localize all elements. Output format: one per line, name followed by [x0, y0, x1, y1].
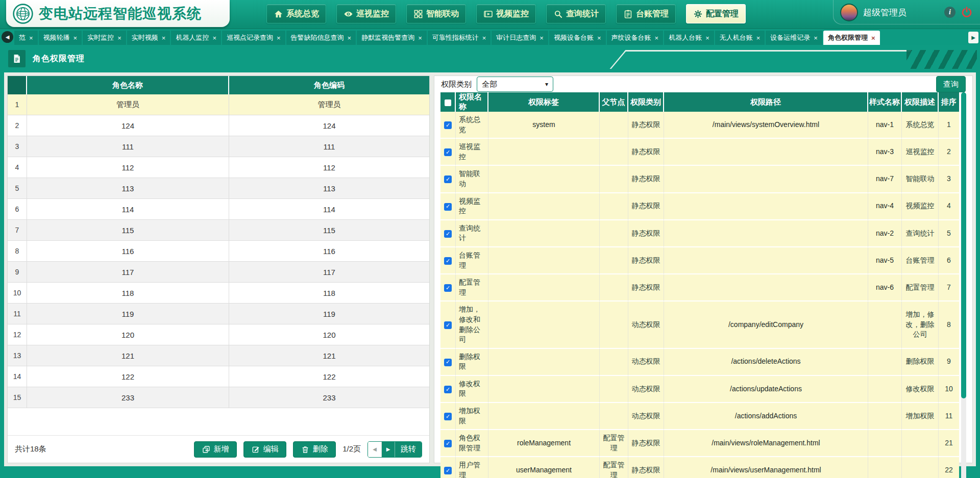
table-row[interactable]: 9 117 117 — [8, 262, 429, 283]
row-checkbox[interactable]: ✓ — [444, 230, 452, 238]
nav-label: 系统总览 — [286, 9, 319, 19]
next-page-icon[interactable]: ▶ — [382, 442, 395, 457]
close-icon[interactable]: × — [74, 34, 78, 42]
close-icon[interactable]: × — [162, 34, 166, 42]
close-icon[interactable]: × — [655, 34, 659, 42]
tab[interactable]: 范 × — [14, 31, 38, 45]
row-checkbox[interactable]: ✓ — [444, 467, 452, 474]
table-row[interactable]: 8 116 116 — [8, 241, 429, 262]
row-checkbox[interactable]: ✓ — [444, 175, 452, 183]
select-all-checkbox[interactable] — [445, 99, 451, 106]
close-icon[interactable]: × — [814, 34, 818, 42]
nav-label: 巡视监控 — [356, 9, 389, 19]
table-row[interactable]: ✓ 系统总览 system 静态权限 /main/views/systemOve… — [440, 112, 959, 139]
perm-order-cell: 3 — [939, 166, 959, 193]
table-row[interactable]: 10 118 118 — [8, 283, 429, 304]
search-button[interactable]: 查询 — [936, 76, 966, 92]
tab-scroll-left-icon[interactable]: ◀ — [2, 31, 13, 43]
close-icon[interactable]: × — [540, 34, 544, 42]
table-row[interactable]: ✓ 增加，修改和删除公司 动态权限 /company/editCompany 增… — [440, 301, 959, 348]
nav-button[interactable]: 系统总览 — [266, 4, 326, 23]
row-checkbox[interactable]: ✓ — [444, 359, 452, 366]
power-icon[interactable] — [961, 6, 973, 18]
table-row[interactable]: 5 113 113 — [8, 178, 429, 199]
jump-page-button[interactable]: 跳转 — [395, 442, 422, 457]
nav-button[interactable]: 视频监控 — [476, 4, 536, 23]
table-row[interactable]: 6 114 114 — [8, 199, 429, 220]
avatar[interactable] — [840, 4, 858, 21]
row-checkbox[interactable]: ✓ — [444, 413, 452, 420]
tab[interactable]: 机器人台账 × — [664, 31, 714, 45]
table-row[interactable]: ✓ 配置管理 静态权限 nav-6 配置管理 7 — [440, 274, 959, 301]
tab[interactable]: 角色权限管理 × — [823, 31, 880, 45]
tab[interactable]: 静默监视告警查询 × — [357, 31, 427, 45]
tab[interactable]: 实时视频 × — [127, 31, 170, 45]
scrollbar-thumb[interactable] — [961, 92, 966, 398]
row-checkbox[interactable]: ✓ — [444, 440, 452, 447]
row-checkbox[interactable]: ✓ — [444, 148, 452, 156]
tab[interactable]: 可靠性指标统计 × — [428, 31, 491, 45]
close-icon[interactable]: × — [29, 34, 33, 42]
prev-page-icon[interactable]: ◀ — [368, 442, 382, 457]
tab[interactable]: 声纹设备台账 × — [607, 31, 664, 45]
tab[interactable]: 视频轮播 × — [39, 31, 82, 45]
tab[interactable]: 实时监控 × — [83, 31, 126, 45]
table-row[interactable]: ✓ 删除权限 动态权限 /actions/deleteActions 删除权限 … — [440, 349, 959, 376]
table-row[interactable]: ✓ 智能联动 静态权限 nav-7 智能联动 3 — [440, 166, 959, 193]
tab[interactable]: 告警缺陷信息查询 × — [286, 31, 356, 45]
table-row[interactable]: 13 121 121 — [8, 345, 429, 366]
table-row[interactable]: 1 管理员 管理员 — [8, 94, 429, 115]
table-row[interactable]: 15 233 233 — [8, 387, 429, 408]
table-row[interactable]: 4 112 112 — [8, 157, 429, 178]
tab-scroll-right-icon[interactable]: ▶ — [968, 32, 978, 43]
close-icon[interactable]: × — [348, 34, 352, 42]
tab[interactable]: 视频设备台账 × — [549, 31, 606, 45]
table-row[interactable]: 2 124 124 — [8, 115, 429, 136]
tab[interactable]: 无人机台账 × — [715, 31, 765, 45]
table-row[interactable]: 11 119 119 — [8, 304, 429, 324]
tab[interactable]: 巡视点记录查询 × — [222, 31, 285, 45]
tab[interactable]: 设备运维记录 × — [766, 31, 822, 45]
nav-button[interactable]: 智能联动 — [406, 4, 466, 23]
close-icon[interactable]: × — [212, 34, 216, 42]
row-checkbox[interactable]: ✓ — [444, 321, 452, 329]
row-checkbox[interactable]: ✓ — [444, 386, 452, 393]
role-add-button[interactable]: 新增 — [194, 441, 237, 458]
row-checkbox[interactable]: ✓ — [444, 203, 452, 211]
tab[interactable]: 机器人监控 × — [171, 31, 221, 45]
table-row[interactable]: ✓ 修改权限 动态权限 /actions/updateActions 修改权限 … — [440, 376, 959, 403]
table-row[interactable]: 3 111 111 — [8, 136, 429, 157]
nav-button[interactable]: 查询统计 — [546, 4, 606, 23]
table-row[interactable]: ✓ 用户管理 userManagement 配置管理 静态权限 /main/vi… — [440, 457, 959, 478]
tab[interactable]: 审计日志查询 × — [492, 31, 548, 45]
row-checkbox[interactable]: ✓ — [444, 121, 452, 129]
nav-button[interactable]: 台账管理 — [616, 4, 676, 23]
close-icon[interactable]: × — [277, 34, 281, 42]
table-row[interactable]: 7 115 115 — [8, 220, 429, 241]
role-delete-button[interactable]: 删除 — [293, 441, 336, 458]
table-row[interactable]: 14 122 122 — [8, 366, 429, 387]
info-icon[interactable]: i — [944, 7, 955, 18]
table-row[interactable]: ✓ 角色权限管理 roleManagement 配置管理 静态权限 /main/… — [440, 430, 959, 457]
table-row[interactable]: ✓ 查询统计 静态权限 nav-2 查询统计 5 — [440, 220, 959, 247]
row-checkbox[interactable]: ✓ — [444, 284, 452, 292]
table-row[interactable]: ✓ 巡视监控 静态权限 nav-3 巡视监控 2 — [440, 139, 959, 166]
table-row[interactable]: ✓ 视频监控 静态权限 nav-4 视频监控 4 — [440, 193, 959, 220]
tab-label: 实时视频 — [132, 33, 158, 42]
close-icon[interactable]: × — [418, 34, 422, 42]
row-checkbox[interactable]: ✓ — [444, 257, 452, 265]
close-icon[interactable]: × — [597, 34, 601, 42]
nav-button[interactable]: 配置管理 — [686, 4, 746, 23]
nav-button[interactable]: 巡视监控 — [336, 4, 396, 23]
close-icon[interactable]: × — [117, 34, 121, 42]
roles-table: 角色名称 角色编码 1 管理员 管理员 2 124 124 3 111 111 … — [8, 76, 429, 408]
table-row[interactable]: ✓ 增加权限 动态权限 /actions/addActions 增加权限 11 — [440, 403, 959, 430]
close-icon[interactable]: × — [705, 34, 709, 42]
close-icon[interactable]: × — [482, 34, 486, 42]
close-icon[interactable]: × — [871, 34, 875, 42]
table-row[interactable]: 12 120 120 — [8, 324, 429, 345]
role-edit-button[interactable]: 编辑 — [243, 441, 286, 458]
close-icon[interactable]: × — [756, 34, 761, 42]
permission-type-select[interactable]: 全部 ▾ — [477, 77, 553, 92]
table-row[interactable]: ✓ 台账管理 静态权限 nav-5 台账管理 6 — [440, 247, 959, 274]
